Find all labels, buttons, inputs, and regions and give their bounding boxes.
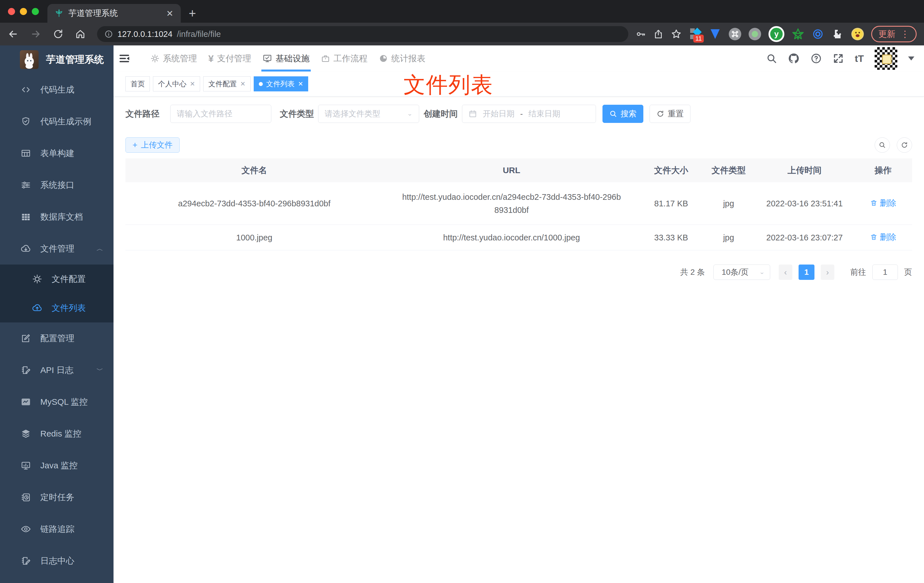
sidebar-item-code-demo[interactable]: 代码生成示例 xyxy=(0,106,114,137)
refresh-table-button[interactable] xyxy=(897,137,912,153)
extension-gem-icon[interactable] xyxy=(709,28,721,40)
sidebar-item-label: 文件管理 xyxy=(40,243,74,254)
tag-home[interactable]: 首页 xyxy=(125,76,150,91)
sidebar-item-system-api[interactable]: 系统接口 xyxy=(0,169,114,201)
close-window-button[interactable] xyxy=(8,8,15,15)
tab-strip: 芋道管理系统 ✕ + xyxy=(0,0,924,23)
delete-file-button[interactable]: 删除 xyxy=(870,197,896,210)
tag-file-list[interactable]: 文件列表 ✕ xyxy=(254,76,308,91)
sidebar-item-label: 数据库文档 xyxy=(40,211,83,223)
topnav-payment-management[interactable]: ¥ 支付管理 xyxy=(207,45,252,71)
sidebar-item-log-center[interactable]: 日志中心 xyxy=(0,545,114,577)
sidebar-item-code-generation[interactable]: 代码生成 xyxy=(0,74,114,106)
sidebar-item-config-management[interactable]: 配置管理 xyxy=(0,322,114,354)
topnav-infrastructure[interactable]: 基础设施 xyxy=(261,45,311,71)
tag-label: 个人中心 xyxy=(158,79,186,89)
url-bar[interactable]: 127.0.0.1:1024/infra/file/file xyxy=(97,26,628,42)
goto-page-input[interactable]: 1 xyxy=(872,264,898,280)
next-page-button[interactable]: › xyxy=(821,264,834,280)
sidebar-item-trace[interactable]: 链路追踪 xyxy=(0,513,114,545)
tag-profile[interactable]: 个人中心 ✕ xyxy=(153,76,200,91)
browser-tab[interactable]: 芋道管理系统 ✕ xyxy=(48,4,181,23)
sidebar-item-db-doc[interactable]: 数据库文档 xyxy=(0,201,114,233)
bookmark-star-icon[interactable] xyxy=(671,29,681,40)
extensions-puzzle-icon[interactable] xyxy=(832,28,844,40)
browser-menu-icon[interactable]: ⋮ xyxy=(901,32,909,36)
sidebar-item-java-monitor[interactable]: Java 监控 xyxy=(0,449,114,481)
search-icon[interactable] xyxy=(766,53,777,64)
share-icon[interactable] xyxy=(653,29,663,39)
page-size-value: 10条/页 xyxy=(722,267,749,277)
sidebar-item-form-builder[interactable]: 表单构建 xyxy=(0,137,114,169)
new-tab-button[interactable]: + xyxy=(189,4,196,23)
sidebar-item-label: API 日志 xyxy=(40,365,74,376)
password-key-icon[interactable] xyxy=(636,29,646,39)
col-header-size: 文件大小 xyxy=(640,164,702,177)
monitor-check-icon xyxy=(262,54,272,63)
reload-icon[interactable] xyxy=(53,29,64,40)
window-controls[interactable] xyxy=(0,0,48,23)
schedule-clock-icon xyxy=(20,492,31,502)
sidebar-item-api-log[interactable]: API 日志 ﹀ xyxy=(0,354,114,386)
topnav-system-management[interactable]: 系统管理 xyxy=(149,45,198,71)
help-icon[interactable] xyxy=(810,53,822,64)
col-header-time: 上传时间 xyxy=(755,164,854,177)
cell-type: jpg xyxy=(702,231,755,244)
forward-icon[interactable] xyxy=(30,28,41,40)
browser-update-button[interactable]: 更新 ⋮ xyxy=(871,26,917,42)
fullscreen-icon[interactable] xyxy=(833,53,844,64)
prev-page-button[interactable]: ‹ xyxy=(779,264,792,280)
sidebar-item-redis-monitor[interactable]: Redis 监控 xyxy=(0,418,114,449)
back-icon[interactable] xyxy=(7,28,19,40)
cell-filename: 1000.jpeg xyxy=(125,231,383,244)
current-page-button[interactable]: 1 xyxy=(799,264,815,280)
code-icon xyxy=(20,84,31,95)
font-size-icon[interactable]: tT xyxy=(855,53,864,64)
extension-command-icon[interactable] xyxy=(729,28,741,40)
favicon-plant-icon xyxy=(55,9,63,18)
collapse-sidebar-icon[interactable] xyxy=(118,52,130,65)
show-search-toggle-button[interactable] xyxy=(874,137,890,153)
search-button[interactable]: 搜索 xyxy=(602,105,644,123)
site-info-icon[interactable] xyxy=(104,30,113,38)
home-icon[interactable] xyxy=(75,29,86,40)
github-icon[interactable] xyxy=(788,53,800,64)
close-tag-icon[interactable]: ✕ xyxy=(190,80,195,88)
sidebar-item-label: 配置管理 xyxy=(40,333,74,344)
sidebar-logo[interactable]: 芋道管理系统 xyxy=(0,45,114,74)
sidebar-item-mysql-monitor[interactable]: MySQL 监控 xyxy=(0,386,114,418)
sliders-icon xyxy=(20,180,31,190)
file-type-select[interactable]: 请选择文件类型 ⌄ xyxy=(318,105,419,123)
sidebar-item-file-management[interactable]: 文件管理 ︿ xyxy=(0,233,114,264)
extension-eye-icon[interactable] xyxy=(812,28,824,40)
topnav-reports[interactable]: 统计报表 xyxy=(378,45,427,71)
extension-recorder-icon[interactable] xyxy=(749,28,761,40)
extension-emoji-icon[interactable] xyxy=(851,28,864,40)
topnav-label: 系统管理 xyxy=(163,53,197,64)
extension-y-icon[interactable]: y xyxy=(769,26,784,42)
close-tag-icon[interactable]: ✕ xyxy=(298,80,303,88)
sidebar-item-label: Java 监控 xyxy=(40,460,78,471)
tag-file-config[interactable]: 文件配置 ✕ xyxy=(203,76,250,91)
sidebar-item-file-config[interactable]: 文件配置 xyxy=(0,264,114,294)
extension-star-icon[interactable] xyxy=(792,28,804,40)
sidebar-item-file-list[interactable]: 文件列表 xyxy=(0,294,114,322)
avatar-caret-icon[interactable] xyxy=(908,56,914,61)
cell-time: 2022-03-16 23:51:41 xyxy=(755,197,854,210)
tab-close-icon[interactable]: ✕ xyxy=(166,8,173,18)
sidebar-item-scheduled-jobs[interactable]: 定时任务 xyxy=(0,481,114,513)
extension-tag-manager-icon[interactable]: 11 xyxy=(689,28,701,40)
upload-file-button[interactable]: + 上传文件 xyxy=(125,137,180,153)
reset-button[interactable]: 重置 xyxy=(650,105,690,123)
close-tag-icon[interactable]: ✕ xyxy=(240,80,245,88)
url-host: 127.0.0.1:1024 xyxy=(117,30,173,39)
avatar[interactable] xyxy=(874,47,897,70)
date-range-picker[interactable]: 开始日期 - 结束日期 xyxy=(462,105,596,123)
delete-file-button[interactable]: 删除 xyxy=(870,231,896,244)
zoom-window-button[interactable] xyxy=(32,8,39,15)
page-size-select[interactable]: 10条/页 ⌄ xyxy=(713,264,770,280)
sidebar-item-label: 表单构建 xyxy=(40,148,74,159)
file-path-input[interactable] xyxy=(170,105,271,123)
minimize-window-button[interactable] xyxy=(20,8,27,15)
topnav-workflow[interactable]: 工作流程 xyxy=(320,45,369,71)
